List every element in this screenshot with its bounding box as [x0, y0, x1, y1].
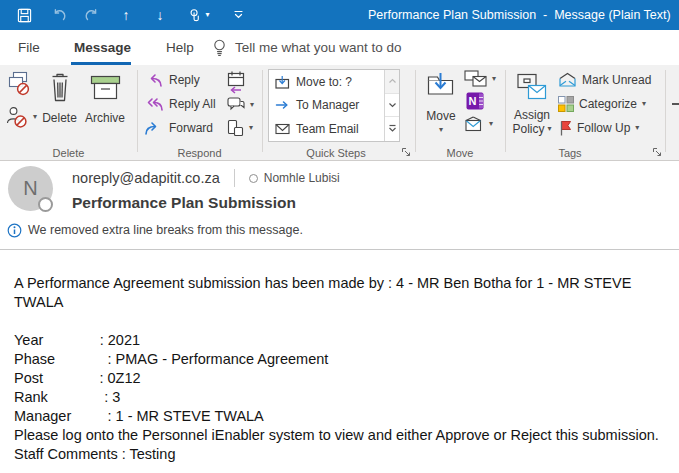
group-divider	[137, 70, 138, 152]
forward-label: Forward	[169, 121, 213, 135]
ignore-button[interactable]	[7, 71, 31, 96]
presence-badge	[38, 197, 53, 212]
delete-button[interactable]: Delete	[39, 69, 80, 125]
message-header: N noreply@adapitit.co.za Nomhle Lubisi P…	[0, 161, 679, 218]
customize-quick-access-toolbar-button[interactable]	[228, 3, 248, 27]
tab-help[interactable]: Help	[166, 30, 194, 65]
chevron-down-icon: ▾	[439, 126, 443, 134]
move-to-folder-icon	[275, 75, 290, 89]
quick-steps-group-label: Quick Steps	[262, 146, 410, 159]
meeting-button[interactable]	[227, 70, 245, 94]
instant-message-button[interactable]: ▾	[227, 96, 254, 113]
onenote-button[interactable]: N	[466, 92, 484, 110]
customize-toolbar-icon	[233, 10, 244, 20]
junk-button[interactable]: ▾	[6, 105, 37, 129]
message-actions-button[interactable]: ▾	[464, 116, 493, 132]
categorize-button[interactable]: Categorize ▾	[558, 96, 646, 112]
tab-file[interactable]: File	[18, 30, 40, 65]
assign-policy-label-1: Assign	[514, 108, 550, 122]
ignore-icon	[7, 71, 31, 96]
assign-policy-button[interactable]: Assign Policy ▾	[508, 69, 556, 136]
quick-steps-more-button[interactable]	[385, 117, 399, 141]
notice-text: We removed extra line breaks from this m…	[28, 223, 303, 237]
more-respond-actions-button[interactable]: ▾	[227, 119, 253, 137]
save-icon	[17, 8, 32, 23]
clipped-ribbon-icon	[672, 103, 679, 105]
chat-bubbles-icon	[227, 96, 245, 113]
undo-button[interactable]	[48, 3, 68, 27]
quick-steps-dialog-launcher[interactable]	[401, 147, 411, 157]
move-folder-icon	[426, 69, 456, 101]
chevron-down-icon: ▾	[548, 125, 552, 133]
forward-button[interactable]: Forward	[144, 120, 213, 135]
tell-me-search[interactable]: Tell me what you want to do	[212, 30, 402, 65]
group-divider	[415, 70, 416, 152]
reply-all-label: Reply All	[169, 97, 216, 111]
categorize-icon	[558, 96, 574, 112]
move-down-button[interactable]: ↓	[150, 3, 170, 27]
tags-group-label: Tags	[505, 146, 635, 159]
redo-button[interactable]	[82, 3, 102, 27]
group-divider	[505, 70, 506, 152]
quick-steps-scrollbar	[384, 70, 399, 141]
follow-up-button[interactable]: Follow Up ▾	[558, 120, 639, 136]
from-address[interactable]: noreply@adapitit.co.za	[72, 170, 220, 186]
dialog-launcher-icon	[652, 147, 662, 157]
follow-up-label: Follow Up	[577, 121, 630, 135]
window-title: Performance Plan Submission - Message (P…	[368, 0, 671, 30]
open-envelope-icon	[464, 116, 484, 132]
quick-step-to-manager[interactable]: To Manager	[269, 94, 399, 118]
group-divider	[262, 70, 263, 152]
tags-dialog-launcher[interactable]	[652, 147, 662, 157]
group-divider	[665, 70, 666, 152]
from-line: noreply@adapitit.co.za Nomhle Lubisi	[72, 168, 340, 188]
quick-step-move-to[interactable]: Move to: ?	[269, 70, 399, 94]
arrow-up-icon: ↑	[123, 8, 130, 22]
quick-steps-scroll-down[interactable]	[385, 94, 399, 118]
assign-policy-icon	[516, 69, 548, 103]
chevron-down-icon: ▾	[249, 124, 253, 132]
undo-icon	[51, 9, 66, 22]
quick-steps-scroll-up[interactable]	[385, 70, 399, 94]
ribbon-tab-row: File Message Help Tell me what you want …	[0, 30, 679, 65]
chevron-down-icon: ▾	[489, 120, 493, 128]
quick-steps-box: Move to: ? To Manager Team Email	[268, 69, 400, 142]
lightbulb-icon	[212, 38, 227, 58]
body-divider	[0, 249, 679, 250]
archive-button[interactable]: Archive	[81, 69, 129, 125]
message-subject: Performance Plan Submission	[72, 194, 296, 212]
reply-all-button[interactable]: Reply All	[144, 96, 216, 111]
move-button-label: Move	[426, 109, 455, 123]
save-button[interactable]	[14, 3, 34, 27]
arrow-down-icon: ↓	[157, 8, 164, 22]
forward-arrow-icon	[144, 120, 164, 135]
move-button[interactable]: Move ▾	[420, 69, 462, 134]
touch-mode-icon	[188, 8, 202, 23]
chevron-down-icon: ▾	[250, 101, 254, 109]
archive-button-label: Archive	[85, 111, 125, 125]
follow-up-flag-icon	[558, 120, 572, 136]
touch-mouse-mode-button[interactable]: ▾	[184, 3, 214, 27]
quick-step-label: Move to: ?	[296, 75, 352, 89]
tab-message[interactable]: Message	[74, 30, 131, 65]
dialog-launcher-icon	[401, 147, 411, 157]
quick-step-label: Team Email	[296, 122, 359, 136]
rules-button[interactable]: ▾	[464, 70, 496, 87]
chevron-down-icon: ▾	[492, 75, 496, 83]
junk-icon	[6, 105, 28, 129]
ribbon: ▾ Delete	[0, 65, 679, 161]
team-email-envelope-icon	[275, 123, 290, 135]
svg-text:N: N	[469, 95, 477, 107]
info-icon	[7, 223, 22, 238]
quick-step-team-email[interactable]: Team Email	[269, 117, 399, 141]
message-body: A Performance Agreement submission has b…	[14, 274, 669, 464]
recipient-name[interactable]: Nomhle Lubisi	[264, 171, 340, 185]
move-up-button[interactable]: ↑	[116, 3, 136, 27]
reply-button[interactable]: Reply	[144, 72, 200, 87]
mark-unread-button[interactable]: Mark Unread	[558, 72, 651, 88]
delete-button-label: Delete	[42, 111, 77, 125]
chevron-down-icon: ▾	[642, 100, 646, 108]
categorize-label: Categorize	[579, 97, 637, 111]
respond-group-label: Respond	[137, 146, 262, 159]
meeting-calendar-icon	[227, 70, 245, 94]
